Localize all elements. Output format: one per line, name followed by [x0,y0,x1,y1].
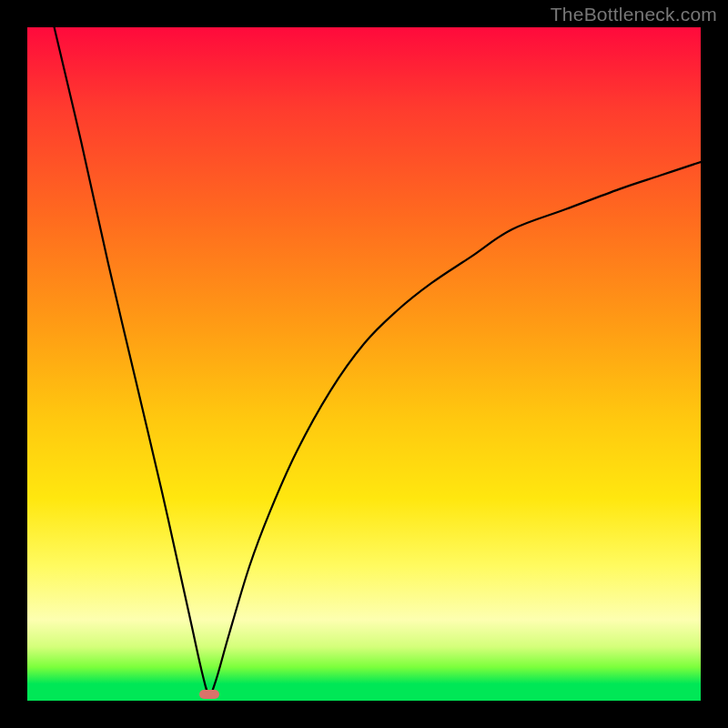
optimal-point-marker [199,690,219,699]
watermark-text: TheBottleneck.com [551,4,717,25]
curve-layer [27,27,701,701]
plot-area [27,27,701,701]
bottleneck-curve-path [55,27,701,694]
chart-frame: TheBottleneck.com [0,0,728,728]
